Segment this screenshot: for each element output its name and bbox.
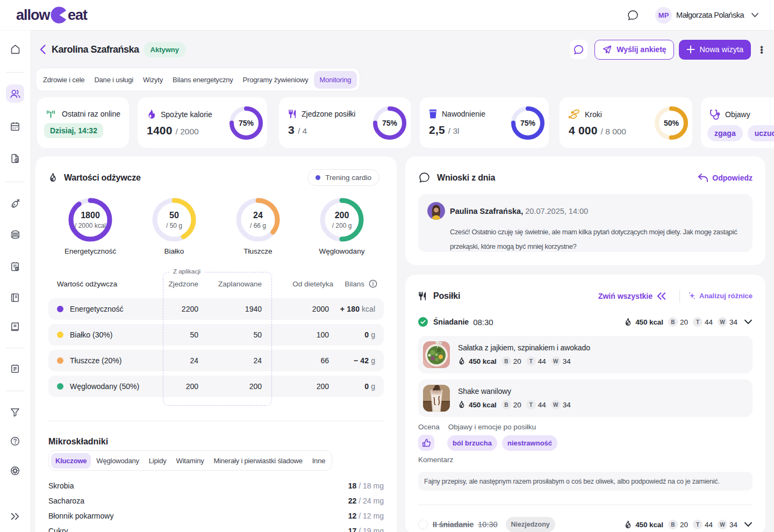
- svg-text:eat: eat: [68, 7, 88, 23]
- svg-text:allow: allow: [16, 7, 51, 23]
